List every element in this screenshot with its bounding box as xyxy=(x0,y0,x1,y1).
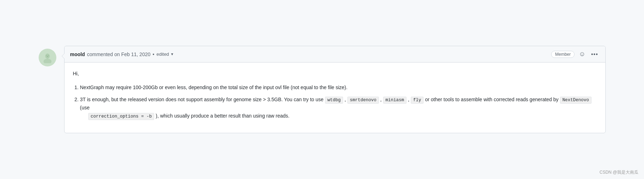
avatar-image xyxy=(42,52,53,63)
page-wrapper: moold commented on Feb 11, 2020 • edited… xyxy=(39,46,606,133)
code-nextdenovo: NextDenovo xyxy=(560,97,592,104)
code-correction-options: correction_options = -b xyxy=(88,113,155,120)
comment-author[interactable]: moold xyxy=(70,51,85,57)
svg-point-0 xyxy=(45,54,50,59)
list-item-2-text-4: , xyxy=(407,97,411,102)
avatar-wrapper xyxy=(39,46,60,66)
emoji-button[interactable]: ☺ xyxy=(578,50,586,59)
code-fly: fly xyxy=(411,97,424,104)
code-miniasm: miniasm xyxy=(383,97,407,104)
chevron-down-icon: ▼ xyxy=(170,52,174,56)
list-item-2-text-2: , xyxy=(343,97,347,102)
member-badge: Member xyxy=(551,51,575,58)
comment-container: moold commented on Feb 11, 2020 • edited… xyxy=(64,46,606,133)
avatar xyxy=(39,49,56,66)
comment-body: Hi, NextGraph may require 100-200Gb or e… xyxy=(65,63,605,132)
greeting-text: Hi, xyxy=(73,70,597,77)
comment-meta: commented on Feb 11, 2020 xyxy=(87,51,151,57)
list-item-2-text-3: , xyxy=(379,97,383,102)
list-item-2: 3T is enough, but the released version d… xyxy=(80,96,597,120)
list-item-2-text-5: or other tools to assemble with correcte… xyxy=(424,97,560,102)
list-item-1-text: NextGraph may require 100-200Gb or even … xyxy=(80,85,348,90)
code-smrtdenovo: smrtdenovo xyxy=(347,97,379,104)
list-item-2-text-1: 3T is enough, but the released version d… xyxy=(80,97,325,102)
watermark: CSDN @我是大南瓜 xyxy=(599,169,638,175)
code-wtdbg: wtdbg xyxy=(325,97,343,104)
more-options-button[interactable]: ••• xyxy=(590,50,600,58)
comment-header: moold commented on Feb 11, 2020 • edited… xyxy=(65,46,605,63)
list-item: NextGraph may require 100-200Gb or even … xyxy=(80,83,597,91)
comment-header-right: Member ☺ ••• xyxy=(551,50,599,59)
svg-point-1 xyxy=(43,59,51,64)
comment-header-left: moold commented on Feb 11, 2020 • edited… xyxy=(70,51,174,57)
edited-label: edited xyxy=(156,51,169,57)
bullet-separator: • xyxy=(153,51,155,57)
comment-list: NextGraph may require 100-200Gb or even … xyxy=(80,83,597,120)
edited-badge[interactable]: edited ▼ xyxy=(156,51,174,57)
list-item-2-text-7: ), which usually produce a better result… xyxy=(154,113,289,119)
